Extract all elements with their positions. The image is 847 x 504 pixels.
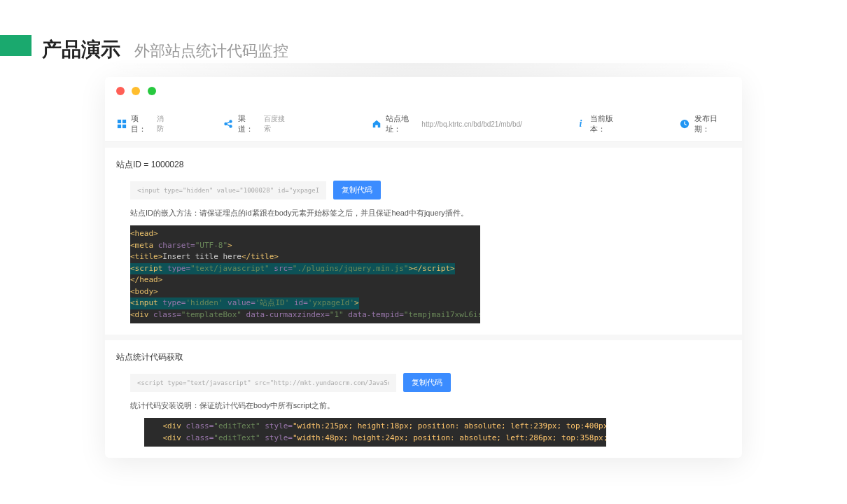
svg-rect-3 <box>122 125 125 128</box>
minimize-dot[interactable] <box>132 87 140 95</box>
svg-rect-0 <box>117 120 120 123</box>
home-icon <box>372 119 382 129</box>
embed-description: 站点ID的嵌入方法：请保证埋点的id紧跟在body元素开始标签之后，并且保证he… <box>116 208 731 218</box>
section-title: 站点统计代码获取 <box>116 351 731 363</box>
site-value: http://bq.ktrtc.cn/bd/bd21/mb/bd/ <box>421 120 522 128</box>
date-info: 发布日期： <box>680 113 731 134</box>
project-info: 项目： 消防 <box>116 113 170 134</box>
svg-point-4 <box>225 122 227 125</box>
channel-info: 渠道： 百度搜索 <box>223 113 290 134</box>
code-example-1: <head> <meta charset="UTF-8"> <title>Ins… <box>130 225 480 323</box>
svg-rect-1 <box>122 120 125 123</box>
stats-code-input[interactable] <box>130 374 396 392</box>
svg-rect-2 <box>117 125 120 128</box>
svg-point-6 <box>230 125 232 127</box>
close-dot[interactable] <box>116 87 125 95</box>
clock-icon <box>680 119 690 129</box>
browser-window: 项目： 消防 渠道： 百度搜索 站点地址： http://bq.ktrtc.cn… <box>105 77 742 458</box>
page-header: 产品演示 外部站点统计代码监控 <box>0 0 847 77</box>
svg-point-5 <box>230 120 232 122</box>
project-value: 消防 <box>157 114 170 134</box>
section-title: 站点ID = 1000028 <box>116 159 731 171</box>
share-icon <box>223 119 234 129</box>
section-site-id: 站点ID = 1000028 复制代码 站点ID的嵌入方法：请保证埋点的id紧跟… <box>105 142 742 335</box>
code-example-2: <div class="editText" style="width:215px… <box>144 418 606 447</box>
channel-value: 百度搜索 <box>264 114 290 134</box>
version-info: i 当前版本： <box>575 113 626 134</box>
traffic-lights <box>105 77 742 106</box>
install-description: 统计代码安装说明：保证统计代码在body中所有script之前。 <box>116 400 731 411</box>
accent-block <box>0 35 31 56</box>
date-label: 发布日期： <box>694 113 731 134</box>
project-label: 项目： <box>131 113 153 134</box>
copy-button[interactable]: 复制代码 <box>403 373 451 392</box>
page-subtitle: 外部站点统计代码监控 <box>134 41 288 62</box>
info-bar: 项目： 消防 渠道： 百度搜索 站点地址： http://bq.ktrtc.cn… <box>105 106 742 142</box>
version-label: 当前版本： <box>590 113 626 134</box>
site-id-code-input[interactable] <box>130 181 326 200</box>
maximize-dot[interactable] <box>148 87 156 95</box>
section-stats-code: 站点统计代码获取 复制代码 统计代码安装说明：保证统计代码在body中所有scr… <box>105 335 742 458</box>
page-title: 产品演示 <box>42 36 120 63</box>
site-label: 站点地址： <box>386 113 418 134</box>
copy-button[interactable]: 复制代码 <box>333 181 381 200</box>
site-info: 站点地址： http://bq.ktrtc.cn/bd/bd21/mb/bd/ <box>372 113 522 134</box>
info-icon: i <box>575 118 586 130</box>
grid-icon <box>116 119 127 129</box>
channel-label: 渠道： <box>238 113 260 134</box>
